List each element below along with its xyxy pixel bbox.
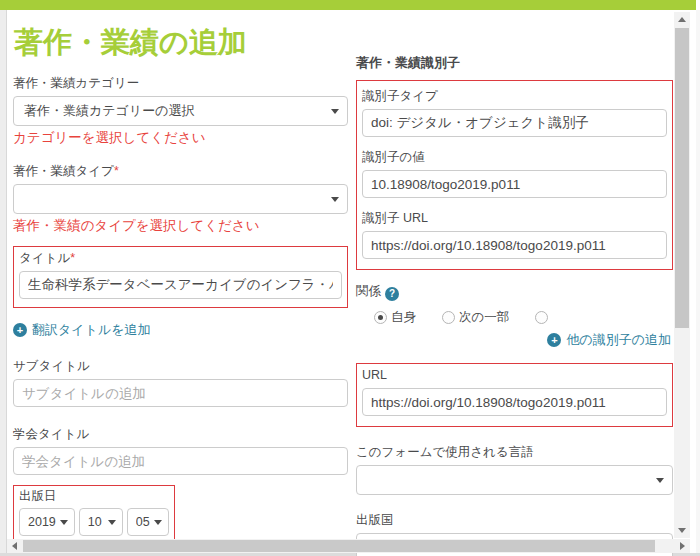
publication-country-label: 出版国 xyxy=(356,513,673,528)
journal-title-label: 学会タイトル xyxy=(13,427,348,442)
form-language-select[interactable] xyxy=(356,465,673,495)
vertical-scrollbar[interactable] xyxy=(674,12,690,538)
work-type-label: 著作・業績タイプ* xyxy=(13,164,348,179)
publication-day-select[interactable]: 05 xyxy=(127,508,169,536)
work-type-select[interactable] xyxy=(13,184,348,214)
work-category-label: 著作・業績カテゴリー xyxy=(13,76,348,91)
title-input[interactable] xyxy=(19,271,342,299)
add-other-identifier-link[interactable]: + 他の識別子の追加 xyxy=(547,331,671,349)
title-highlight-box: タイトル* xyxy=(13,246,348,308)
plus-icon: + xyxy=(13,323,27,337)
publication-year-value: 2019 xyxy=(28,515,56,529)
form-language-label: このフォームで使用される言語 xyxy=(356,445,673,460)
left-column: 著作・業績の追加 著作・業績カテゴリー 著作・業績カテゴリーの選択 カテゴリーを… xyxy=(13,10,348,545)
relationship-radio-self[interactable]: 自身 xyxy=(374,309,416,326)
publication-year-select[interactable]: 2019 xyxy=(19,508,75,536)
identifier-url-label: 識別子 URL xyxy=(362,211,667,226)
work-identifiers-heading: 著作・業績識別子 xyxy=(356,54,673,72)
radio-unselected-icon xyxy=(535,311,548,324)
chevron-down-icon xyxy=(154,520,162,525)
publication-month-select[interactable]: 10 xyxy=(79,508,123,536)
modal-right-edge xyxy=(696,10,700,553)
identifier-type-input[interactable] xyxy=(362,109,667,137)
publication-date-label: 出版日 xyxy=(19,489,169,504)
publication-month-value: 10 xyxy=(88,515,102,529)
plus-icon: + xyxy=(547,333,561,347)
horizontal-scrollbar[interactable] xyxy=(7,539,690,553)
identifier-highlight-box: 識別子タイプ 識別子の値 識別子 URL xyxy=(356,80,673,270)
subtitle-input[interactable] xyxy=(13,379,348,407)
modal-top-accent-bar xyxy=(0,0,696,10)
help-icon[interactable]: ? xyxy=(385,287,399,301)
radio-unselected-icon xyxy=(442,311,455,324)
publication-date-highlight-box: 出版日 2019 10 05 xyxy=(13,485,175,545)
identifier-value-input[interactable] xyxy=(362,170,667,198)
page-title: 著作・業績の追加 xyxy=(14,25,348,59)
scroll-down-icon[interactable] xyxy=(674,523,690,538)
url-label: URL xyxy=(362,368,667,383)
add-other-identifier-label: 他の識別子の追加 xyxy=(566,331,671,349)
relationship-options: 自身 次の一部 xyxy=(356,309,673,326)
horizontal-scrollbar-thumb[interactable] xyxy=(23,540,655,552)
url-highlight-box: URL xyxy=(356,363,673,427)
scroll-up-icon[interactable] xyxy=(674,12,690,27)
radio-selected-icon xyxy=(374,311,387,324)
title-label: タイトル* xyxy=(19,251,342,266)
scroll-right-icon[interactable] xyxy=(675,539,690,553)
right-column: 著作・業績識別子 識別子タイプ 識別子の値 識別子 URL 関係? xyxy=(356,10,673,556)
journal-title-input[interactable] xyxy=(13,447,348,475)
relationship-label: 関係? xyxy=(356,284,673,301)
work-category-selected-value: 著作・業績カテゴリーの選択 xyxy=(24,102,195,120)
publication-day-value: 05 xyxy=(136,515,150,529)
relationship-radio-third[interactable] xyxy=(535,311,552,324)
required-asterisk: * xyxy=(114,164,119,178)
chevron-down-icon xyxy=(60,520,68,525)
identifier-type-label: 識別子タイプ xyxy=(362,89,667,104)
required-asterisk: * xyxy=(70,251,75,265)
url-input[interactable] xyxy=(362,388,667,416)
modal-left-edge xyxy=(0,10,7,553)
vertical-scrollbar-thumb[interactable] xyxy=(675,28,689,328)
work-category-select[interactable]: 著作・業績カテゴリーの選択 xyxy=(13,96,348,126)
scroll-left-icon[interactable] xyxy=(7,539,22,553)
work-type-error: 著作・業績のタイプを選択してください xyxy=(13,217,348,234)
chevron-down-icon xyxy=(331,197,339,202)
add-work-modal: 著作・業績の追加 著作・業績カテゴリー 著作・業績カテゴリーの選択 カテゴリーを… xyxy=(8,10,674,540)
chevron-down-icon xyxy=(656,478,664,483)
identifier-value-label: 識別子の値 xyxy=(362,150,667,165)
chevron-down-icon xyxy=(108,520,116,525)
work-category-error: カテゴリーを選択してください xyxy=(13,129,348,146)
relationship-radio-part-of[interactable]: 次の一部 xyxy=(442,309,509,326)
chevron-down-icon xyxy=(331,109,339,114)
relationship-radio-part-of-label: 次の一部 xyxy=(459,309,509,326)
relationship-radio-self-label: 自身 xyxy=(391,309,416,326)
subtitle-label: サブタイトル xyxy=(13,359,348,374)
identifier-url-input[interactable] xyxy=(362,231,667,259)
add-translated-title-link[interactable]: + 翻訳タイトルを追加 xyxy=(13,321,151,339)
add-translated-title-label: 翻訳タイトルを追加 xyxy=(32,321,151,339)
